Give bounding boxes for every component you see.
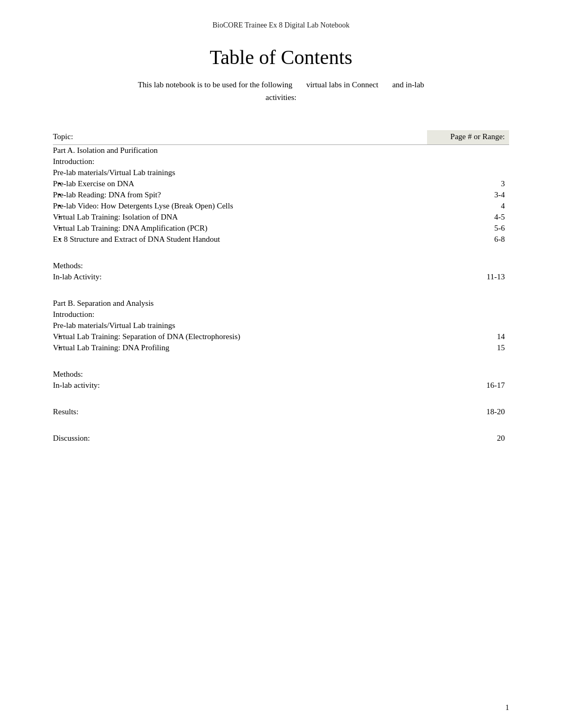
toc-row: Pre-lab materials/Virtual Lab trainings <box>53 320 509 331</box>
bullet-page: 3-4 <box>427 189 509 201</box>
bullet-item: Pre-lab Exercise on DNA <box>53 178 427 189</box>
bullet-item: Virtual Lab Training: DNA Profiling <box>53 342 427 353</box>
section-page: 20 <box>427 433 509 444</box>
toc-row: Pre-lab Exercise on DNA3 <box>53 178 509 189</box>
toc-row: Pre-lab Video: How Detergents Lyse (Brea… <box>53 201 509 212</box>
toc-row: Part B. Separation and Analysis <box>53 298 509 309</box>
subtitle-middle: virtual labs in Connect <box>306 80 378 89</box>
section-page <box>427 309 509 320</box>
page: BioCORE Trainee Ex 8 Digital Lab Noteboo… <box>0 0 562 728</box>
bullet-page: 4 <box>427 201 509 212</box>
toc-row: Virtual Lab Training: DNA Amplification … <box>53 223 509 234</box>
bullet-page: 5-6 <box>427 223 509 234</box>
section-label: Results: <box>53 406 427 417</box>
toc-row <box>53 391 509 406</box>
bullet-page: 14 <box>427 331 509 342</box>
section-page <box>427 145 509 157</box>
toc-row: Virtual Lab Training: Separation of DNA … <box>53 331 509 342</box>
toc-table: Topic: Page # or Range: Part A. Isolatio… <box>53 130 509 444</box>
section-label: Methods: <box>53 369 427 380</box>
bullet-item: Pre-lab Reading: DNA from Spit? <box>53 189 427 201</box>
toc-row: Ex 8 Structure and Extract of DNA Studen… <box>53 234 509 245</box>
bullet-item: Pre-lab Video: How Detergents Lyse (Brea… <box>53 201 427 212</box>
toc-row: In-lab Activity:11-13 <box>53 271 509 283</box>
subtitle-block: This lab notebook is to be used for the … <box>53 78 509 104</box>
section-page <box>427 260 509 271</box>
toc-row: Introduction: <box>53 309 509 320</box>
section-label: Part B. Separation and Analysis <box>53 298 427 309</box>
col-topic-header: Topic: <box>53 130 427 145</box>
bullet-page: 3 <box>427 178 509 189</box>
section-label: Methods: <box>53 260 427 271</box>
toc-row <box>53 417 509 433</box>
bullet-page: 15 <box>427 342 509 353</box>
section-page <box>427 320 509 331</box>
col-page-header: Page # or Range: <box>427 130 509 145</box>
section-label: Pre-lab materials/Virtual Lab trainings <box>53 167 427 178</box>
section-page <box>427 167 509 178</box>
section-label: Pre-lab materials/Virtual Lab trainings <box>53 320 427 331</box>
bullet-item: Ex 8 Structure and Extract of DNA Studen… <box>53 234 427 245</box>
section-page: 16-17 <box>427 380 509 391</box>
subtitle-line2: and in-lab <box>392 80 424 89</box>
section-page <box>427 298 509 309</box>
toc-row: Methods: <box>53 369 509 380</box>
toc-row <box>53 283 509 298</box>
toc-row: Pre-lab Reading: DNA from Spit?3-4 <box>53 189 509 201</box>
toc-row <box>53 245 509 260</box>
toc-row: Pre-lab materials/Virtual Lab trainings <box>53 167 509 178</box>
section-page: 11-13 <box>427 271 509 283</box>
toc-row: In-lab activity:16-17 <box>53 380 509 391</box>
header-title: BioCORE Trainee Ex 8 Digital Lab Noteboo… <box>53 21 509 30</box>
page-number: 1 <box>505 704 509 712</box>
bullet-item: Virtual Lab Training: Isolation of DNA <box>53 212 427 223</box>
toc-row: Methods: <box>53 260 509 271</box>
subtitle-line1: This lab notebook is to be used for the … <box>138 80 292 89</box>
section-page <box>427 369 509 380</box>
header-title-text: BioCORE Trainee Ex 8 Digital Lab Noteboo… <box>213 21 350 29</box>
toc-title: Table of Contents <box>53 46 509 69</box>
section-label: In-lab activity: <box>53 380 427 391</box>
subtitle-line3: activities: <box>266 93 296 102</box>
toc-header-row: Topic: Page # or Range: <box>53 130 509 145</box>
bullet-item: Virtual Lab Training: Separation of DNA … <box>53 331 427 342</box>
section-label: Discussion: <box>53 433 427 444</box>
section-page: 18-20 <box>427 406 509 417</box>
bullet-page: 4-5 <box>427 212 509 223</box>
toc-row: Discussion:20 <box>53 433 509 444</box>
toc-row: Virtual Lab Training: DNA Profiling15 <box>53 342 509 353</box>
section-page <box>427 156 509 167</box>
toc-row <box>53 353 509 369</box>
section-label: Introduction: <box>53 309 427 320</box>
bullet-page: 6-8 <box>427 234 509 245</box>
section-label: Part A. Isolation and Purification <box>53 145 427 157</box>
toc-row: Introduction: <box>53 156 509 167</box>
bullet-item: Virtual Lab Training: DNA Amplification … <box>53 223 427 234</box>
toc-row: Virtual Lab Training: Isolation of DNA4-… <box>53 212 509 223</box>
toc-row: Results:18-20 <box>53 406 509 417</box>
section-label: In-lab Activity: <box>53 271 427 283</box>
section-label: Introduction: <box>53 156 427 167</box>
toc-row: Part A. Isolation and Purification <box>53 145 509 157</box>
